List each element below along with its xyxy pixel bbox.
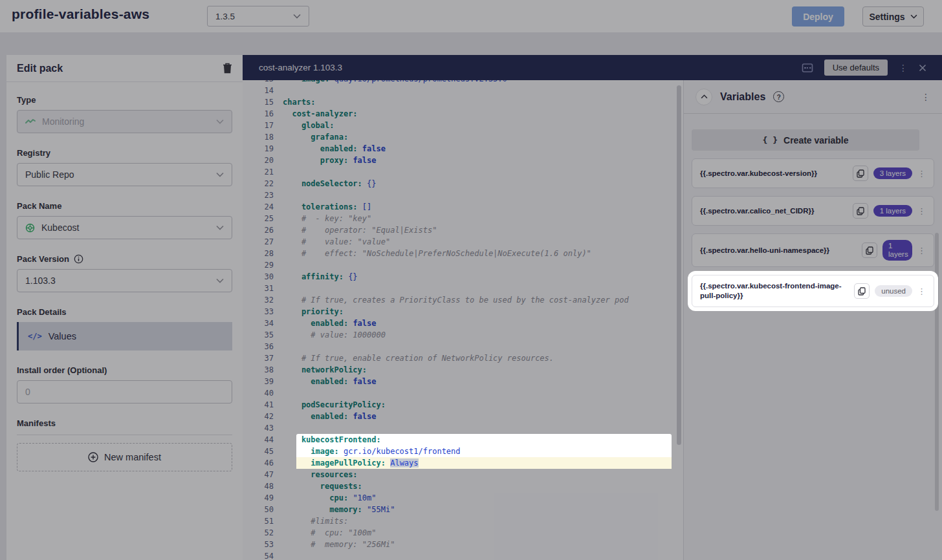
code-text[interactable]: memory: "55Mi" (274, 504, 395, 515)
code-text[interactable]: image: quay.io/prometheus/prometheus:v2.… (274, 80, 507, 85)
deploy-button[interactable]: Deploy (792, 6, 844, 27)
code-text[interactable] (274, 422, 283, 434)
layers-badge: 1 layers (873, 205, 912, 217)
code-text[interactable]: enabled: false (274, 143, 386, 155)
code-text[interactable] (274, 189, 283, 201)
code-text[interactable] (274, 259, 283, 271)
code-text[interactable]: cost-analyzer: (274, 108, 358, 120)
variable-menu-icon[interactable]: ⋮ (917, 286, 926, 296)
code-text[interactable]: cpu: "10m" (274, 492, 377, 504)
code-text[interactable]: networkPolicy: (274, 364, 367, 376)
code-text[interactable]: # operator: "Equal|Exists" (274, 224, 437, 236)
code-text[interactable]: # memory: "256Mi" (274, 539, 395, 550)
code-text[interactable]: tolerations: [] (274, 201, 371, 213)
variable-menu-icon[interactable]: ⋮ (917, 169, 926, 178)
code-text[interactable]: # - key: "key" (274, 213, 371, 224)
registry-label: Registry (17, 148, 232, 158)
code-text[interactable]: kubecostFrontend: (274, 434, 381, 446)
code-line: 40 (243, 387, 629, 399)
variable-menu-icon[interactable]: ⋮ (917, 206, 926, 216)
copy-icon[interactable] (853, 203, 868, 219)
editor-scrollbar[interactable] (677, 85, 681, 445)
variable-name: {{.spectro.var.kubecost-version}} (700, 169, 848, 178)
variables-menu-icon[interactable]: ⋮ (921, 92, 930, 102)
variable-item[interactable]: {{.spectro.var.kubecost-version}}3 layer… (692, 158, 934, 188)
variables-scrollbar[interactable] (935, 233, 939, 511)
line-number: 20 (243, 155, 274, 166)
code-text[interactable]: # cpu: "100m" (274, 527, 377, 539)
code-text[interactable]: # If true, creates a PriorityClass to be… (274, 294, 629, 306)
close-icon[interactable] (919, 64, 926, 72)
code-text[interactable] (274, 85, 283, 96)
code-text[interactable]: #limits: (274, 515, 348, 527)
code-text[interactable]: podSecurityPolicy: (274, 399, 386, 411)
settings-button[interactable]: Settings (862, 6, 924, 27)
code-text[interactable] (274, 387, 283, 399)
code-line: 30 affinity: {} (243, 271, 629, 283)
code-text[interactable] (274, 341, 283, 352)
code-text[interactable]: priority: (274, 306, 344, 318)
variable-item[interactable]: {{.spectro.var.hello-uni-namespace}}1 la… (692, 233, 934, 267)
variable-menu-icon[interactable]: ⋮ (917, 246, 926, 255)
code-text[interactable]: imagePullPolicy: Always (274, 457, 419, 469)
variable-item[interactable]: {{.spectro.var.kubecost-frontend-image-p… (692, 275, 934, 307)
pack-name-select[interactable]: Kubecost (17, 216, 232, 239)
code-text[interactable] (274, 283, 283, 294)
code-text[interactable]: enabled: false (274, 318, 377, 329)
pack-version-field: Pack Version 1.103.3 (17, 254, 232, 292)
editor-header: cost-analyzer 1.103.3 Use defaults ⋮ (243, 55, 942, 80)
pack-details-field: Pack Details </> Values (17, 307, 232, 350)
code-text[interactable]: enabled: false (274, 411, 377, 422)
trash-icon[interactable] (223, 63, 232, 74)
registry-select[interactable]: Public Repo (17, 163, 232, 186)
variable-item[interactable]: {{.spectro.var.calico_net_CIDR}}1 layers… (692, 196, 934, 226)
compare-editor-icon[interactable] (802, 63, 813, 73)
code-text[interactable] (274, 550, 283, 560)
code-lines: 13 image: quay.io/prometheus/prometheus:… (243, 80, 629, 560)
layers-badge: unused (875, 285, 912, 297)
copy-icon[interactable] (854, 283, 870, 299)
pack-details-values-tab[interactable]: </> Values (17, 322, 232, 350)
code-text[interactable]: nodeSelector: {} (274, 178, 377, 189)
line-number: 49 (243, 492, 274, 504)
code-line: 15charts: (243, 96, 629, 108)
line-number: 25 (243, 213, 274, 224)
code-text[interactable]: requests: (274, 480, 362, 492)
pack-version-select[interactable]: 1.103.3 (17, 269, 232, 292)
info-icon[interactable] (74, 254, 83, 264)
editor-menu-icon[interactable]: ⋮ (899, 63, 908, 72)
code-text[interactable] (274, 166, 283, 178)
copy-icon[interactable] (853, 166, 868, 181)
profile-version-select[interactable]: 1.3.5 (207, 6, 309, 27)
variables-title: Variables (720, 91, 765, 103)
code-line: 38 networkPolicy: (243, 364, 629, 376)
use-defaults-button[interactable]: Use defaults (824, 59, 888, 76)
settings-label: Settings (869, 12, 904, 22)
collapse-chevron-icon[interactable] (696, 89, 712, 105)
code-text[interactable]: proxy: false (274, 155, 377, 166)
install-order-input[interactable] (17, 380, 232, 404)
code-text[interactable]: enabled: false (274, 376, 377, 387)
code-text[interactable]: grafana: (274, 131, 348, 143)
code-text[interactable]: affinity: {} (274, 271, 358, 283)
type-select[interactable]: Monitoring (17, 110, 232, 133)
chevron-down-icon (910, 14, 917, 19)
code-text[interactable]: # effect: "NoSchedule|PreferNoSchedule|N… (274, 248, 591, 259)
code-text[interactable]: resources: (274, 469, 358, 480)
code-text[interactable]: global: (274, 120, 334, 131)
copy-icon[interactable] (862, 242, 877, 258)
code-line: 51 #limits: (243, 515, 629, 527)
pack-name-label: Pack Name (17, 201, 232, 211)
code-text[interactable]: image: gcr.io/kubecost1/frontend (274, 446, 461, 457)
code-line: 54 (243, 550, 629, 560)
help-icon[interactable]: ? (773, 91, 784, 102)
code-text[interactable]: # If true, enable creation of NetworkPol… (274, 352, 554, 364)
code-editor[interactable]: 13 image: quay.io/prometheus/prometheus:… (243, 80, 683, 560)
create-variable-button[interactable]: { } Create variable (692, 129, 919, 151)
code-text[interactable]: # value: "value" (274, 236, 390, 248)
variable-list: {{.spectro.var.kubecost-version}}3 layer… (692, 158, 934, 307)
code-text[interactable]: # value: 1000000 (274, 329, 386, 341)
new-manifest-button[interactable]: New manifest (17, 443, 232, 471)
code-text[interactable]: charts: (274, 96, 316, 108)
code-line: 34 enabled: false (243, 318, 629, 329)
